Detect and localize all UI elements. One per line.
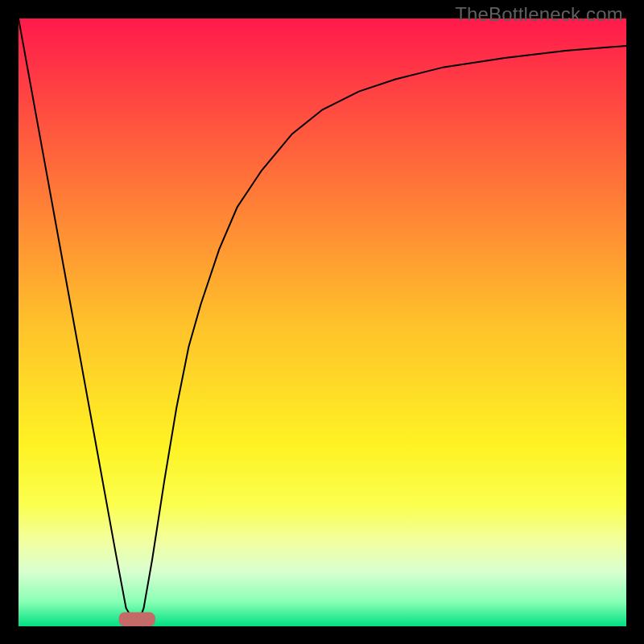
plot-area	[19, 19, 626, 626]
watermark-text: TheBottleneck.com	[455, 3, 623, 26]
optimal-marker	[119, 613, 155, 626]
bottleneck-curve	[19, 19, 626, 626]
curve-layer	[19, 19, 626, 626]
chart-frame: TheBottleneck.com	[0, 0, 644, 644]
